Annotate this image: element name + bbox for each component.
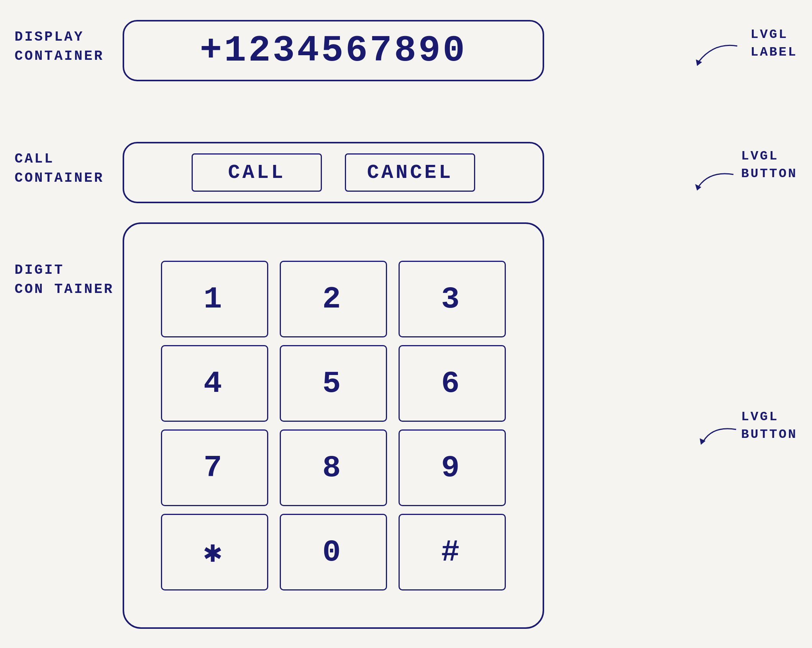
digit-button-9[interactable]: 9	[399, 429, 506, 506]
display-number: +1234567890	[200, 30, 467, 72]
digit-button-8[interactable]: 8	[280, 429, 387, 506]
digit-button-star[interactable]: ✱	[161, 514, 268, 590]
digit-container: 1 2 3 4 5 6 7 8 9 ✱ 0 #	[123, 222, 544, 629]
digit-button-0[interactable]: 0	[280, 514, 387, 590]
digit-button-2[interactable]: 2	[280, 261, 387, 337]
lvgl-button-annotation-digit: LVGL BUTTON	[741, 408, 797, 444]
call-button[interactable]: CALL	[192, 153, 322, 192]
digit-row-4: ✱ 0 #	[139, 514, 527, 590]
display-container-label: DISPLAY CONTAINER	[15, 28, 104, 66]
svg-marker-0	[696, 59, 702, 66]
digit-button-4[interactable]: 4	[161, 345, 268, 422]
lvgl-label-arrow	[676, 38, 753, 77]
digit-button-hash[interactable]: #	[399, 514, 506, 590]
display-container: +1234567890	[123, 20, 544, 81]
lvgl-button-annotation-call: LVGL BUTTON	[741, 148, 797, 183]
call-container-label: CALL CONTAINER	[15, 150, 104, 188]
digit-row-2: 4 5 6	[139, 345, 527, 422]
cancel-button[interactable]: CANCEL	[345, 153, 475, 192]
call-container: CALL CANCEL	[123, 142, 544, 203]
digit-button-7[interactable]: 7	[161, 429, 268, 506]
digit-button-6[interactable]: 6	[399, 345, 506, 422]
digit-row-3: 7 8 9	[139, 429, 527, 506]
digit-row-1: 1 2 3	[139, 261, 527, 337]
digit-container-label: DIGIT CON TAINER	[15, 261, 114, 299]
digit-button-5[interactable]: 5	[280, 345, 387, 422]
sketch-ui: DISPLAY CONTAINER +1234567890 LVGL LABEL…	[0, 0, 812, 648]
digit-button-1[interactable]: 1	[161, 261, 268, 337]
digit-button-3[interactable]: 3	[399, 261, 506, 337]
lvgl-label-annotation: LVGL LABEL	[751, 26, 797, 61]
